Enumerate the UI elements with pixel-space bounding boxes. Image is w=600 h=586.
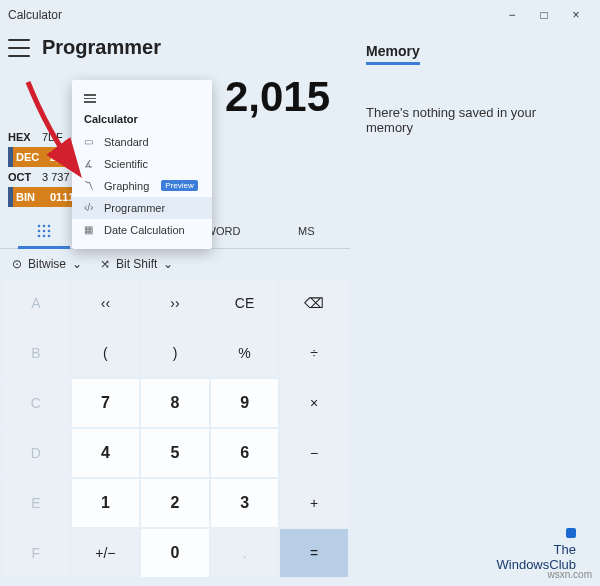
scientific-icon: ∡	[84, 158, 96, 170]
key-divide[interactable]: ÷	[280, 329, 348, 377]
bitshift-dropdown[interactable]: ⤨Bit Shift⌄	[100, 257, 173, 271]
memory-panel: Memory There's nothing saved in your mem…	[350, 30, 600, 586]
mode-menu: Calculator ▭Standard ∡Scientific 〽Graphi…	[72, 80, 212, 249]
key-7[interactable]: 7	[72, 379, 140, 427]
key-1[interactable]: 1	[72, 479, 140, 527]
app-title: Calculator	[8, 8, 62, 22]
chevron-down-icon: ⌄	[72, 257, 82, 271]
key-a[interactable]: A	[2, 279, 70, 327]
key-backspace[interactable]: ⌫	[280, 279, 348, 327]
minimize-button[interactable]: −	[496, 0, 528, 30]
key-3[interactable]: 3	[211, 479, 279, 527]
key-2[interactable]: 2	[141, 479, 209, 527]
key-lshift[interactable]: ‹‹	[72, 279, 140, 327]
menu-heading: Calculator	[72, 107, 212, 131]
keypad-icon	[36, 223, 52, 239]
menu-item-programmer[interactable]: ‹/›Programmer	[72, 197, 212, 219]
svg-point-0	[37, 224, 40, 227]
svg-point-7	[42, 234, 45, 237]
maximize-button[interactable]: □	[528, 0, 560, 30]
svg-point-1	[42, 224, 45, 227]
key-rparen[interactable]: )	[141, 329, 209, 377]
watermark-icon	[566, 528, 576, 538]
menu-item-scientific[interactable]: ∡Scientific	[72, 153, 212, 175]
graphing-icon: 〽	[84, 180, 96, 192]
bitwise-dropdown[interactable]: ⊙Bitwise⌄	[12, 257, 82, 271]
keypad: A ‹‹ ›› CE ⌫ B ( ) % ÷ C 7 8 9 × D 4 5 6…	[0, 279, 350, 579]
key-d[interactable]: D	[2, 429, 70, 477]
standard-icon: ▭	[84, 136, 96, 148]
base-dec[interactable]: DEC2,015	[8, 147, 78, 167]
watermark: The WindowsClub	[497, 528, 576, 572]
bitshift-icon: ⤨	[100, 257, 110, 271]
key-dot[interactable]: .	[211, 529, 279, 577]
svg-point-3	[37, 229, 40, 232]
menu-item-graphing[interactable]: 〽GraphingPreview	[72, 175, 212, 197]
mode-title: Programmer	[42, 36, 161, 59]
svg-point-2	[47, 224, 50, 227]
title-bar: Calculator − □ ×	[0, 0, 600, 30]
key-5[interactable]: 5	[141, 429, 209, 477]
key-minus[interactable]: −	[280, 429, 348, 477]
key-ce[interactable]: CE	[211, 279, 279, 327]
key-9[interactable]: 9	[211, 379, 279, 427]
menu-button[interactable]	[8, 39, 30, 57]
preview-badge: Preview	[161, 180, 197, 191]
calculator-panel: Programmer Calculator ▭Standard ∡Scienti…	[0, 30, 350, 586]
key-f[interactable]: F	[2, 529, 70, 577]
menu-hamburger-icon[interactable]	[72, 88, 212, 107]
key-4[interactable]: 4	[72, 429, 140, 477]
key-lparen[interactable]: (	[72, 329, 140, 377]
svg-point-5	[47, 229, 50, 232]
key-c[interactable]: C	[2, 379, 70, 427]
source-label: wsxn.com	[548, 569, 592, 580]
menu-item-date[interactable]: ▦Date Calculation	[72, 219, 212, 241]
key-8[interactable]: 8	[141, 379, 209, 427]
close-button[interactable]: ×	[560, 0, 592, 30]
key-percent[interactable]: %	[211, 329, 279, 377]
programmer-icon: ‹/›	[84, 202, 96, 214]
key-0[interactable]: 0	[141, 529, 209, 577]
key-6[interactable]: 6	[211, 429, 279, 477]
function-row: ⊙Bitwise⌄ ⤨Bit Shift⌄	[0, 249, 350, 279]
key-b[interactable]: B	[2, 329, 70, 377]
chevron-down-icon: ⌄	[163, 257, 173, 271]
tab-ms[interactable]: MS	[263, 213, 351, 248]
key-multiply[interactable]: ×	[280, 379, 348, 427]
bitwise-icon: ⊙	[12, 257, 22, 271]
svg-point-6	[37, 234, 40, 237]
memory-header[interactable]: Memory	[366, 43, 420, 65]
key-plusminus[interactable]: +/−	[72, 529, 140, 577]
key-e[interactable]: E	[2, 479, 70, 527]
key-equals[interactable]: =	[280, 529, 348, 577]
key-plus[interactable]: +	[280, 479, 348, 527]
svg-point-4	[42, 229, 45, 232]
menu-item-standard[interactable]: ▭Standard	[72, 131, 212, 153]
memory-empty-text: There's nothing saved in your memory	[366, 105, 584, 135]
key-rshift[interactable]: ››	[141, 279, 209, 327]
window-controls: − □ ×	[496, 0, 592, 30]
svg-point-8	[47, 234, 50, 237]
date-icon: ▦	[84, 224, 96, 236]
